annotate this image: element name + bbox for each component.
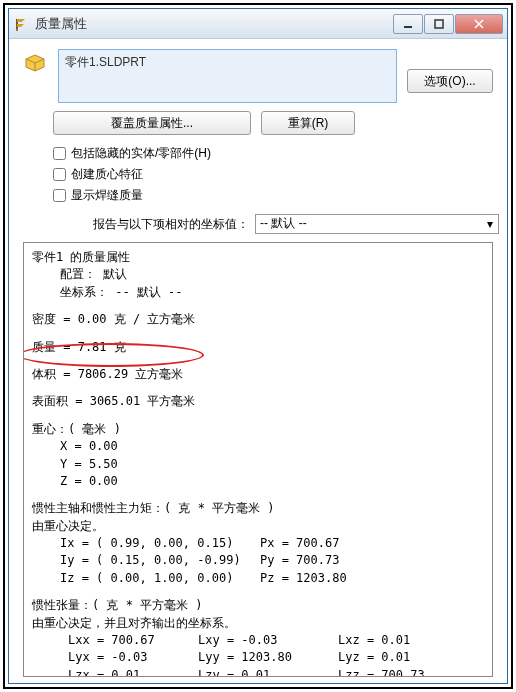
button-row: 覆盖质量属性... 重算(R) [23, 111, 493, 135]
results-textbox[interactable]: 零件1 的质量属性 配置： 默认 坐标系： -- 默认 -- 密度 = 0.00… [23, 242, 493, 677]
moi1-sub: 由重心决定，并且对齐输出的坐标系。 [32, 615, 484, 632]
moi1-row2: Lyx = -0.03 Lyy = 1203.80 Lyz = 0.01 [32, 649, 484, 666]
center-z: Z = 0.00 [32, 473, 484, 490]
p-iz: Iz = ( 0.00, 1.00, 0.00) [60, 570, 260, 587]
checkbox-group: 包括隐藏的实体/零部件(H) 创建质心特征 显示焊缝质量 [23, 145, 493, 208]
result-mass: 质量 = 7.81 克 [32, 339, 484, 356]
include-hidden-checkbox-row[interactable]: 包括隐藏的实体/零部件(H) [53, 145, 493, 162]
moi1-row1: Lxx = 700.67 Lxy = -0.03 Lxz = 0.01 [32, 632, 484, 649]
moi1-row3: Lzx = 0.01 Lzy = 0.01 Lzz = 700.73 [32, 667, 484, 677]
svg-rect-2 [404, 26, 412, 28]
include-hidden-label: 包括隐藏的实体/零部件(H) [71, 145, 211, 162]
principal-moments: 惯性主轴和惯性主力矩：( 克 * 平方毫米 ) 由重心决定。 Ix = ( 0.… [32, 500, 484, 587]
principal-iy-row: Iy = ( 0.15, 0.00, -0.99) Py = 700.73 [32, 552, 484, 569]
lyz: Lyz = 0.01 [338, 649, 410, 666]
minimize-button[interactable] [393, 14, 423, 34]
maximize-button[interactable] [424, 14, 454, 34]
p-py: Py = 700.73 [260, 552, 339, 569]
center-y: Y = 5.50 [32, 456, 484, 473]
file-name-text: 零件1.SLDPRT [65, 55, 146, 69]
center-x: X = 0.00 [32, 438, 484, 455]
lzy: Lzy = 0.01 [198, 667, 338, 677]
titlebar: 质量属性 [9, 9, 507, 39]
center-label: 重心：( 毫米 ) [32, 421, 484, 438]
mass-properties-window: 质量属性 零件1.SLDPRT [8, 8, 508, 684]
lyy: Lyy = 1203.80 [198, 649, 338, 666]
lyx: Lyx = -0.03 [68, 649, 198, 666]
coord-select-value: -- 默认 -- [260, 216, 307, 230]
principal-iz-row: Iz = ( 0.00, 1.00, 0.00) Pz = 1203.80 [32, 570, 484, 587]
p-ix: Ix = ( 0.99, 0.00, 0.15) [60, 535, 260, 552]
svg-rect-3 [435, 20, 443, 28]
show-weld-label: 显示焊缝质量 [71, 187, 143, 204]
app-icon [13, 16, 29, 32]
result-area: 表面积 = 3065.01 平方毫米 [32, 393, 484, 410]
coord-select[interactable]: -- 默认 -- [255, 214, 499, 234]
center-of-mass: 重心：( 毫米 ) X = 0.00 Y = 5.50 Z = 0.00 [32, 421, 484, 491]
lzx: Lzx = 0.01 [68, 667, 198, 677]
top-row: 零件1.SLDPRT 选项(O)... [23, 49, 493, 103]
svg-point-1 [16, 29, 18, 31]
result-volume: 体积 = 7806.29 立方毫米 [32, 366, 484, 383]
lxx: Lxx = 700.67 [68, 632, 198, 649]
moi1-label: 惯性张量：( 克 * 平方毫米 ) [32, 597, 484, 614]
result-part-title: 零件1 的质量属性 [32, 249, 484, 266]
lxy: Lxy = -0.03 [198, 632, 338, 649]
file-name-box[interactable]: 零件1.SLDPRT [58, 49, 397, 103]
principal-sub: 由重心决定。 [32, 518, 484, 535]
client-area: 零件1.SLDPRT 选项(O)... 覆盖质量属性... 重算(R) 包括隐藏… [9, 39, 507, 683]
moi-tensor-center: 惯性张量：( 克 * 平方毫米 ) 由重心决定，并且对齐输出的坐标系。 Lxx … [32, 597, 484, 677]
result-density: 密度 = 0.00 克 / 立方毫米 [32, 311, 484, 328]
options-button[interactable]: 选项(O)... [407, 69, 493, 93]
close-button[interactable] [455, 14, 503, 34]
show-weld-row[interactable]: 显示焊缝质量 [53, 187, 493, 204]
create-cm-label: 创建质心特征 [71, 166, 143, 183]
p-iy: Iy = ( 0.15, 0.00, -0.99) [60, 552, 260, 569]
show-weld-checkbox[interactable] [53, 189, 66, 202]
window-title: 质量属性 [35, 15, 392, 33]
coord-row: 报告与以下项相对的坐标值： -- 默认 -- ▾ [23, 214, 493, 234]
create-cm-checkbox[interactable] [53, 168, 66, 181]
create-cm-row[interactable]: 创建质心特征 [53, 166, 493, 183]
override-mass-button[interactable]: 覆盖质量属性... [53, 111, 251, 135]
coord-label: 报告与以下项相对的坐标值： [93, 216, 249, 233]
principal-label: 惯性主轴和惯性主力矩：( 克 * 平方毫米 ) [32, 500, 484, 517]
result-header: 零件1 的质量属性 配置： 默认 坐标系： -- 默认 -- [32, 249, 484, 301]
p-pz: Pz = 1203.80 [260, 570, 347, 587]
lxz: Lxz = 0.01 [338, 632, 410, 649]
include-hidden-checkbox[interactable] [53, 147, 66, 160]
result-config: 配置： 默认 [32, 266, 484, 283]
recalculate-button[interactable]: 重算(R) [261, 111, 355, 135]
window-controls [392, 14, 503, 34]
lzz: Lzz = 700.73 [338, 667, 425, 677]
part-icon [23, 51, 48, 73]
principal-ix-row: Ix = ( 0.99, 0.00, 0.15) Px = 700.67 [32, 535, 484, 552]
result-coord-sys: 坐标系： -- 默认 -- [32, 284, 484, 301]
p-px: Px = 700.67 [260, 535, 339, 552]
